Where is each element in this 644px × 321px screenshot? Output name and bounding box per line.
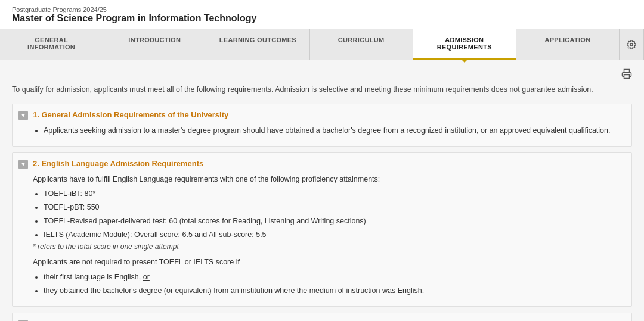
tab-general-information[interactable]: General Information [0, 29, 103, 60]
section-2-extra-list: their first language is English, or they… [33, 272, 624, 297]
section-2-collapse-btn[interactable]: ▼ [18, 160, 28, 169]
header-subtitle: Postgraduate Programs 2024/25 [12, 6, 632, 13]
svg-point-0 [630, 43, 633, 46]
svg-rect-1 [624, 75, 630, 79]
tab-introduction[interactable]: Introduction [103, 29, 206, 60]
section-2-extra-para: Applicants are not required to present T… [33, 257, 624, 268]
tab-learning-outcomes[interactable]: Learning Outcomes [206, 29, 309, 60]
section-2: ▼ 2. English Language Admission Requirem… [12, 152, 632, 307]
list-item: TOEFL-pBT: 550 [44, 202, 624, 213]
section-1: ▼ 1. General Admission Requirements of t… [12, 104, 632, 147]
section-1-header: ▼ 1. General Admission Requirements of t… [13, 104, 631, 125]
tab-application[interactable]: Application [516, 29, 620, 60]
section-2-header: ▼ 2. English Language Admission Requirem… [13, 153, 631, 174]
list-item: TOEFL-iBT: 80* [44, 188, 624, 200]
section-2-content: Applicants have to fulfill English Langu… [13, 174, 631, 306]
section-1-list: Applicants seeking admission to a master… [33, 125, 624, 136]
section-2-title: 2. English Language Admission Requiremen… [33, 159, 203, 168]
header-title: Master of Science Program in Information… [12, 13, 632, 24]
section-3-title: 3. Program-Specific Admission Requiremen… [33, 319, 201, 322]
main-content: To qualify for admission, applicants mus… [0, 60, 644, 321]
section-1-collapse-btn[interactable]: ▼ [18, 111, 28, 120]
section-2-list: TOEFL-iBT: 80* TOEFL-pBT: 550 TOEFL-Revi… [33, 188, 624, 240]
list-item: their first language is English, or [44, 272, 624, 283]
intro-text: To qualify for admission, applicants mus… [12, 84, 632, 95]
settings-icon[interactable] [620, 29, 644, 60]
section-2-note: * refers to the total score in one singl… [33, 242, 624, 251]
print-icon[interactable] [621, 68, 632, 82]
page-header: Postgraduate Programs 2024/25 Master of … [0, 0, 644, 29]
section-3: ▼ 3. Program-Specific Admission Requirem… [12, 313, 632, 322]
tab-admission-requirements[interactable]: Admission Requirements [413, 29, 516, 60]
navigation-tabs: General Information Introduction Learnin… [0, 29, 644, 60]
list-item: TOEFL-Revised paper-delivered test: 60 (… [44, 216, 624, 227]
section-1-title: 1. General Admission Requirements of the… [33, 110, 228, 119]
list-item: they obtained the bachelor's degree (or … [44, 285, 624, 297]
list-item: Applicants seeking admission to a master… [44, 125, 624, 136]
section-1-content: Applicants seeking admission to a master… [13, 125, 631, 146]
section-2-para: Applicants have to fulfill English Langu… [33, 174, 624, 185]
tab-curriculum[interactable]: Curriculum [310, 29, 413, 60]
section-3-header: ▼ 3. Program-Specific Admission Requirem… [13, 313, 631, 322]
list-item: IELTS (Academic Module): Overall score: … [44, 229, 624, 241]
